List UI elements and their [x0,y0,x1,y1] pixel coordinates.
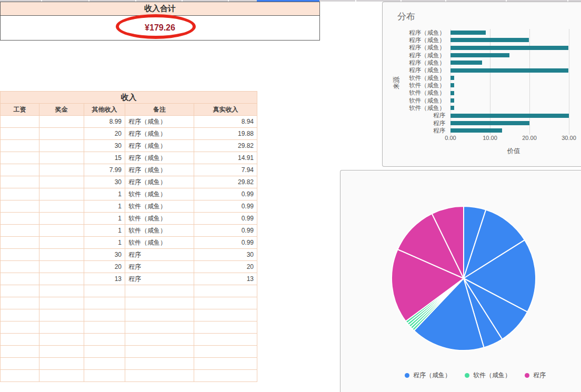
cell-note[interactable]: 程序（咸鱼） [125,164,194,176]
cell-salary[interactable] [1,225,39,237]
cell-bonus[interactable] [39,321,84,334]
cell-note[interactable]: 软件（咸鱼） [125,237,194,249]
cell-bonus[interactable] [39,140,84,152]
cell-salary[interactable] [1,273,39,285]
income-total-value[interactable]: ¥179.26 [1,16,319,40]
bar[interactable] [450,83,454,87]
cell-bonus[interactable] [39,370,84,382]
cell-note[interactable] [125,358,194,370]
cell-note[interactable]: 程序（咸鱼） [125,176,194,188]
cell-bonus[interactable] [39,346,84,358]
bar[interactable] [450,106,454,110]
cell-bonus[interactable] [39,164,84,176]
cell-salary[interactable] [1,116,39,128]
cell-salary[interactable] [1,358,39,370]
bar[interactable] [450,121,529,125]
cell-real[interactable]: 0.99 [194,200,257,213]
cell-real[interactable] [194,309,257,321]
cell-note[interactable] [125,346,194,358]
bar[interactable] [450,31,486,35]
cell-note[interactable]: 程序 [125,261,194,273]
cell-real[interactable] [194,358,257,370]
cell-bonus[interactable] [39,237,84,249]
cell-other[interactable] [84,309,125,321]
cell-bonus[interactable] [39,200,84,213]
cell-note[interactable]: 程序（咸鱼） [125,152,194,164]
cell-bonus[interactable] [39,334,84,346]
cell-bonus[interactable] [39,309,84,321]
cell-salary[interactable] [1,128,39,140]
cell-bonus[interactable] [39,225,84,237]
cell-other[interactable] [84,346,125,358]
cell-real[interactable]: 14.91 [194,152,257,164]
cell-other[interactable]: 1 [84,188,125,200]
cell-real[interactable]: 8.94 [194,116,257,128]
cell-bonus[interactable] [39,213,84,225]
cell-salary[interactable] [1,176,39,188]
col-header-real-income[interactable]: 真实收入 [194,104,257,116]
income-total-header[interactable]: 收入合计 [1,2,319,16]
bar[interactable] [450,38,529,42]
cell-bonus[interactable] [39,297,84,309]
cell-salary[interactable] [1,261,39,273]
cell-real[interactable] [194,334,257,346]
cell-salary[interactable] [1,213,39,225]
cell-real[interactable] [194,370,257,382]
bar[interactable] [450,91,454,95]
cell-note[interactable]: 程序 [125,273,194,285]
bar[interactable] [450,68,568,73]
cell-real[interactable]: 0.99 [194,188,257,200]
cell-real[interactable]: 0.99 [194,225,257,237]
cell-salary[interactable] [1,249,39,261]
cell-real[interactable]: 19.88 [194,128,257,140]
cell-salary[interactable] [1,370,39,382]
cell-real[interactable]: 13 [194,273,257,285]
cell-salary[interactable] [1,334,39,346]
col-header-bonus[interactable]: 奖金 [39,104,84,116]
cell-other[interactable]: 1 [84,225,125,237]
col-header-salary[interactable]: 工资 [1,104,39,116]
cell-other[interactable] [84,334,125,346]
cell-salary[interactable] [1,164,39,176]
cell-other[interactable] [84,285,125,297]
cell-bonus[interactable] [39,152,84,164]
cell-note[interactable]: 程序（咸鱼） [125,140,194,152]
legend-item[interactable]: 程序（咸鱼） [405,371,451,380]
cell-other[interactable]: 20 [84,261,125,273]
cell-note[interactable] [125,370,194,382]
cell-real[interactable] [194,346,257,358]
cell-note[interactable]: 程序（咸鱼） [125,128,194,140]
cell-salary[interactable] [1,188,39,200]
cell-salary[interactable] [1,346,39,358]
cell-note[interactable]: 软件（咸鱼） [125,213,194,225]
cell-other[interactable]: 1 [84,237,125,249]
cell-other[interactable]: 20 [84,128,125,140]
cell-salary[interactable] [1,152,39,164]
cell-bonus[interactable] [39,358,84,370]
cell-real[interactable] [194,297,257,309]
cell-note[interactable] [125,297,194,309]
cell-note[interactable] [125,285,194,297]
cell-real[interactable]: 29.82 [194,176,257,188]
cell-other[interactable]: 1 [84,213,125,225]
cell-other[interactable] [84,297,125,309]
cell-real[interactable] [194,285,257,297]
cell-other[interactable]: 15 [84,152,125,164]
income-table-title[interactable]: 收入 [1,92,257,104]
cell-other[interactable]: 8.99 [84,116,125,128]
cell-note[interactable] [125,321,194,334]
cell-salary[interactable] [1,285,39,297]
cell-salary[interactable] [1,140,39,152]
cell-bonus[interactable] [39,285,84,297]
cell-note[interactable]: 软件（咸鱼） [125,188,194,200]
cell-bonus[interactable] [39,261,84,273]
cell-salary[interactable] [1,237,39,249]
cell-bonus[interactable] [39,249,84,261]
bar[interactable] [450,76,454,80]
bar[interactable] [450,114,569,118]
cell-note[interactable] [125,334,194,346]
col-header-note[interactable]: 备注 [125,104,194,116]
col-header-other-income[interactable]: 其他收入 [84,104,125,116]
cell-other[interactable]: 13 [84,273,125,285]
cell-note[interactable]: 软件（咸鱼） [125,200,194,213]
